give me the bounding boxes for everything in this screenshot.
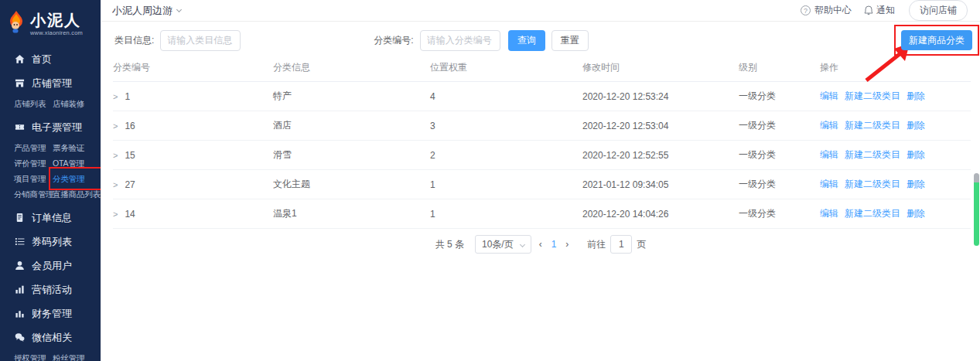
delete-link[interactable]: 删除 [907, 90, 925, 101]
notice-link[interactable]: 通知 [876, 4, 895, 17]
category-id-cell: >14 [113, 209, 273, 220]
chevron-down-icon[interactable] [176, 7, 182, 12]
delete-link[interactable]: 删除 [907, 208, 925, 219]
chevron-down-icon [520, 242, 525, 247]
weight-cell: 1 [430, 209, 582, 220]
edit-link[interactable]: 编辑 [820, 179, 838, 189]
sidebar-item-label: 营销活动 [32, 283, 72, 297]
level-cell: 一级分类 [739, 207, 820, 220]
category-no-label: 分类编号: [374, 34, 413, 47]
list-icon [14, 237, 25, 247]
page-size-select[interactable]: 10条/页 [475, 235, 531, 254]
sidebar-item-label: 券码列表 [32, 235, 72, 249]
weight-cell: 2 [430, 150, 582, 161]
wechat-icon [14, 332, 25, 343]
expand-row-icon[interactable]: > [113, 180, 118, 189]
expand-row-icon[interactable]: > [113, 121, 118, 131]
sidebar-subitem[interactable]: 票务验证 [53, 140, 101, 155]
search-button[interactable]: 查询 [508, 30, 545, 51]
brand-site: www.xiaoniren.com [30, 30, 83, 36]
level-cell: 一级分类 [739, 119, 820, 132]
help-center-link[interactable]: 帮助中心 [814, 4, 852, 17]
shop-title[interactable]: 小泥人周边游 [112, 4, 172, 18]
sidebar-item[interactable]: 电子票管理 [0, 115, 101, 139]
level-cell: 一级分类 [739, 90, 820, 103]
scrollbar-thumb[interactable] [974, 173, 979, 246]
col-category-no: 分类编号 [113, 61, 273, 74]
sidebar-item-label: 微信相关 [32, 331, 72, 345]
sidebar-item-label: 电子票管理 [32, 121, 82, 135]
sidebar-nav: 首页店铺管理店铺列表店铺装修电子票管理产品管理票务验证评价管理OTA管理项目管理… [0, 44, 101, 361]
create-sub-category-link[interactable]: 新建二级类目 [845, 90, 900, 101]
sidebar-subitem[interactable]: 粉丝管理 [53, 350, 101, 361]
delete-link[interactable]: 删除 [907, 149, 925, 160]
logo[interactable]: 小泥人 www.xiaoniren.com [0, 0, 101, 44]
sidebar-item[interactable]: 订单信息 [0, 206, 101, 230]
edit-link[interactable]: 编辑 [820, 90, 838, 101]
weight-cell: 4 [430, 91, 582, 102]
sidebar-subitem[interactable]: OTA管理 [53, 155, 101, 171]
sidebar-subitem[interactable]: 评价管理 [14, 155, 53, 171]
category-name-cell: 温泉1 [273, 207, 430, 220]
order-icon [14, 213, 25, 223]
category-name-cell: 酒店 [273, 119, 430, 132]
edit-link[interactable]: 编辑 [820, 120, 838, 131]
sidebar-item-label: 首页 [32, 53, 52, 66]
current-page[interactable]: 1 [551, 239, 557, 250]
sidebar-subitem[interactable]: 直播商品列表 [53, 186, 101, 202]
table-row: >16 酒店 3 2020-12-20 12:53:04 一级分类 编辑新建二级… [113, 111, 971, 141]
visit-shop-button[interactable]: 访问店铺 [909, 0, 968, 21]
create-category-button[interactable]: 新建商品分类 [901, 30, 972, 50]
create-sub-category-link[interactable]: 新建二级类目 [845, 179, 900, 189]
modified-time-cell: 2020-12-20 12:53:24 [582, 91, 739, 102]
actions-cell: 编辑新建二级类目删除 [820, 90, 971, 103]
next-page-button[interactable]: › [565, 239, 569, 250]
expand-row-icon[interactable]: > [113, 209, 118, 219]
sidebar-subitem[interactable]: 分类管理 [53, 171, 101, 186]
sidebar-subitem[interactable]: 店铺装修 [53, 96, 101, 111]
sidebar-item[interactable]: 营销活动 [0, 278, 101, 301]
prev-page-button[interactable]: ‹ [539, 239, 542, 250]
sidebar-subitem[interactable]: 项目管理 [14, 171, 53, 186]
sidebar-subitem[interactable]: 授权管理 [14, 350, 53, 361]
category-name-cell: 特产 [273, 90, 430, 103]
create-sub-category-link[interactable]: 新建二级类目 [845, 208, 900, 219]
expand-row-icon[interactable]: > [113, 92, 118, 101]
red-annotation-box: 新建商品分类 [894, 25, 979, 56]
sidebar-item[interactable]: 微信相关 [0, 325, 101, 349]
delete-link[interactable]: 删除 [907, 120, 925, 131]
sidebar-item[interactable]: 店铺管理 [0, 71, 101, 95]
edit-link[interactable]: 编辑 [820, 149, 838, 160]
sidebar-item-label: 店铺管理 [32, 77, 72, 90]
goto-page-input[interactable] [610, 235, 632, 254]
main-panel: 小泥人周边游 ? 帮助中心 通知 访问店铺 类目信息: 分类编号: 查询 重置 [101, 0, 980, 361]
sidebar-subitem[interactable]: 店铺列表 [14, 96, 53, 111]
sidebar-item[interactable]: 首页 [0, 47, 101, 71]
sidebar-subgroup: 店铺列表店铺装修 [0, 95, 101, 115]
brand-name: 小泥人 [30, 12, 83, 28]
col-modified-time: 修改时间 [582, 61, 739, 74]
actions-cell: 编辑新建二级类目删除 [820, 207, 971, 220]
weight-cell: 3 [430, 121, 582, 131]
category-no-input[interactable] [420, 30, 500, 51]
weight-cell: 1 [430, 179, 582, 190]
category-info-input[interactable] [160, 30, 241, 51]
sidebar-item[interactable]: 会员用户 [0, 254, 101, 278]
table-row: >14 温泉1 1 2020-12-20 14:04:26 一级分类 编辑新建二… [113, 199, 971, 229]
expand-row-icon[interactable]: > [113, 151, 118, 160]
sidebar-subitem[interactable]: 分销商管理 [14, 186, 53, 202]
delete-link[interactable]: 删除 [907, 179, 925, 189]
create-sub-category-link[interactable]: 新建二级类目 [845, 120, 900, 131]
edit-link[interactable]: 编辑 [820, 208, 838, 219]
table-row: >1 特产 4 2020-12-20 12:53:24 一级分类 编辑新建二级类… [113, 82, 971, 111]
sidebar-subitem[interactable]: 产品管理 [14, 140, 53, 155]
scrollbar-cap [974, 173, 979, 182]
sidebar-item[interactable]: 券码列表 [0, 230, 101, 254]
create-sub-category-link[interactable]: 新建二级类目 [845, 149, 900, 160]
category-name-cell: 滑雪 [273, 148, 430, 162]
actions-cell: 编辑新建二级类目删除 [820, 178, 971, 191]
modified-time-cell: 2020-12-20 12:52:55 [582, 150, 739, 161]
sidebar-item[interactable]: 财务管理 [0, 301, 101, 325]
table-body: >1 特产 4 2020-12-20 12:53:24 一级分类 编辑新建二级类… [113, 82, 971, 229]
reset-button[interactable]: 重置 [551, 30, 589, 51]
